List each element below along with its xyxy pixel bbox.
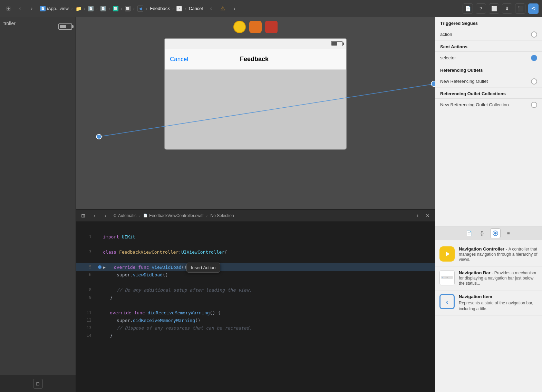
nav-back-button[interactable]: ‹ [15, 4, 25, 13]
kw-override: override [114, 265, 136, 270]
svg-point-2 [96, 134, 101, 139]
assistant-button[interactable]: ⟲ [528, 3, 539, 14]
breadcrumb-item-vc[interactable]: ⬜ [124, 5, 132, 12]
breadcrumb-item-feedback[interactable]: Feedback [149, 5, 171, 12]
outlet-collections-new-label: New Referencing Outlet Collection [440, 102, 509, 107]
code-line-empty-4 [76, 278, 435, 286]
type-uiviewcontroller: UIViewController [181, 249, 224, 255]
code-line-9[interactable]: 9 } [76, 294, 435, 301]
breadcrumb-item-arrow[interactable]: ◀ [136, 5, 145, 12]
battery-fill [60, 25, 66, 28]
code-content: 1 import UIKit 3 class Feedb [76, 222, 435, 392]
inspector-tab-list[interactable]: ≡ [503, 228, 514, 238]
breadcrumb-item-item-icon[interactable]: i [175, 5, 183, 12]
code-line-8[interactable]: 8 // Do any additional setup after loadi… [76, 286, 435, 294]
code-line-14[interactable]: 14 } [76, 332, 435, 339]
code-line-11[interactable]: 11 override func didReceiveMemoryWarning… [76, 309, 435, 316]
panel-toggle-button[interactable]: □ [33, 379, 43, 389]
library-content: Navigation Controller - A controller tha… [435, 240, 542, 392]
ib-tool-yellow[interactable] [233, 21, 246, 33]
nav-arrows-forward-button[interactable]: › [230, 4, 239, 13]
referencing-outlets-new-row: New Referencing Outlet [435, 75, 542, 88]
file-inspector-button[interactable]: 📄 [463, 3, 473, 14]
breadcrumb-item-doc2[interactable]: 📄 [99, 5, 107, 12]
library-item-nav-item[interactable]: ‹ Navigation Item Represents a state of … [435, 291, 542, 316]
nav-forward-button[interactable]: › [27, 4, 37, 13]
nav-bar-title: Navigation Bar [459, 270, 491, 275]
download-button[interactable]: ⬇ [502, 3, 512, 14]
toolbar-right: 📄 ? ⬜ ⬇ ⬛ ⟲ [463, 3, 539, 14]
nav-item-title: Navigation Item [459, 294, 492, 299]
code-close-button[interactable]: ✕ [423, 211, 432, 220]
code-grid-button[interactable]: ⊞ [79, 211, 88, 220]
ib-tool-orange[interactable] [249, 21, 262, 33]
nav-bar-arrow-icon: ‹ [442, 276, 443, 279]
code-editor-toolbar: ⊞ ‹ › ⊙ Automatic › 📄 FeedbackViewContro… [76, 209, 435, 222]
library-item-nav-controller[interactable]: Navigation Controller - A controller tha… [435, 243, 542, 267]
triggered-segues-action-row: action [435, 28, 542, 41]
breadcrumb-sep-1: › [71, 7, 73, 11]
breadcrumb-item-doc1[interactable]: 📄 [87, 5, 95, 12]
sent-actions-selector-circle[interactable] [531, 55, 537, 61]
inspector-tab-code[interactable]: {} [477, 228, 487, 238]
doc1-icon: 📄 [88, 6, 94, 11]
referencing-outlets-new-label: New Referencing Outlet [440, 79, 488, 84]
ib-tool-red[interactable] [265, 21, 278, 33]
warning-button[interactable]: ⚠ [218, 4, 228, 13]
sent-actions-selector-label: selector [440, 55, 456, 60]
code-add-button[interactable]: + [413, 211, 422, 220]
help-button[interactable]: ? [476, 3, 486, 14]
library-item-nav-bar[interactable]: ‹ Title Navigation Bar - Provides a mech… [435, 267, 542, 291]
code-bc-file-label: FeedbackViewController.swift [149, 213, 203, 218]
library-button[interactable]: ⬜ [489, 3, 499, 14]
breadcrumb-item-iapp[interactable]: 📄 iApp...view [39, 5, 70, 12]
code-editor: ⊞ ‹ › ⊙ Automatic › 📄 FeedbackViewContro… [76, 209, 435, 392]
code-line-5[interactable]: 5 ▶ override func viewDidLoad () { Inser… [76, 263, 435, 271]
left-panel-canvas: troller [0, 17, 76, 375]
comment-dispose: // Dispose of any resources that can be … [117, 325, 252, 331]
kw-func-1: func [138, 265, 149, 270]
storyboard-icon: ⬜ [113, 6, 118, 11]
connections-section: Triggered Segues action Sent Actions sel… [435, 17, 542, 111]
triggered-segues-action-label: action [440, 32, 452, 37]
breadcrumb-sep-4: › [109, 7, 110, 11]
breadcrumb-sep-7: › [146, 7, 147, 11]
code-line-6[interactable]: 6 super. viewDidLoad () [76, 271, 435, 278]
battery-icon [58, 23, 72, 30]
breadcrumb-item-cancel[interactable]: Cancel [187, 5, 204, 12]
connections-panel: Triggered Segues action Sent Actions sel… [435, 17, 542, 226]
code-line-12[interactable]: 12 super. didReceiveMemoryWarning () [76, 316, 435, 324]
breadcrumb-item-folder[interactable]: 📁 [74, 5, 83, 12]
inspector-tabs: 📄 {} ≡ [435, 226, 542, 240]
nav-controller-text: Navigation Controller - A controller tha… [459, 246, 538, 263]
grid-view-button[interactable]: ⊞ [3, 4, 13, 13]
code-bc-automatic[interactable]: ⊙ Automatic [112, 213, 138, 219]
nav-cancel-button[interactable]: Cancel [170, 56, 188, 63]
breadcrumb-sep-5: › [121, 7, 123, 11]
breakpoint-dot[interactable] [98, 265, 101, 269]
svg-point-4 [494, 232, 496, 234]
code-bc-file[interactable]: 📄 FeedbackViewController.swift [142, 213, 205, 219]
triggered-segues-action-circle[interactable] [531, 31, 537, 38]
nav-arrows-back-button[interactable]: ‹ [206, 4, 216, 13]
nav-controller-icon [439, 246, 455, 262]
code-bc-noselection[interactable]: No Selection [209, 213, 235, 219]
vc-icon: ⬜ [125, 6, 130, 11]
inspector-tab-identity[interactable] [490, 228, 501, 238]
right-panel: Triggered Segues action Sent Actions sel… [435, 17, 542, 392]
code-line-3[interactable]: 3 class FeedbackViewController : UIViewC… [76, 248, 435, 256]
kw-override-2: override [110, 310, 132, 315]
code-nav-back[interactable]: ‹ [90, 211, 99, 220]
code-line-1[interactable]: 1 import UIKit [76, 233, 435, 241]
breadcrumb-item-storyboard[interactable]: ⬜ [112, 5, 120, 12]
doc2-icon: 📄 [100, 6, 106, 11]
referencing-outlets-new-circle[interactable] [531, 78, 537, 85]
inspector-tab-file[interactable]: 📄 [464, 228, 474, 238]
cursor-arrow-icon: ▶ [103, 265, 106, 270]
view-button[interactable]: ⬛ [515, 3, 525, 14]
outlet-collections-new-circle[interactable] [531, 102, 537, 108]
code-nav-forward[interactable]: › [101, 211, 110, 220]
breadcrumb-sep-6: › [133, 7, 135, 11]
kw-class: class [103, 249, 116, 255]
code-line-13[interactable]: 13 // Dispose of any resources that can … [76, 324, 435, 332]
